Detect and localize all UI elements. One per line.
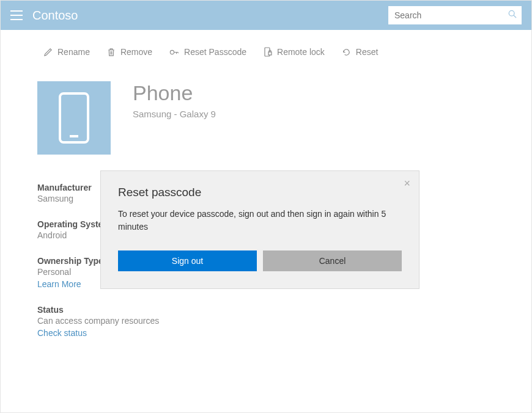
status-label: Status [37, 305, 495, 315]
device-title: Phone [133, 81, 216, 105]
device-subtitle: Samsung - Galaxy 9 [133, 109, 216, 119]
device-tile [37, 81, 111, 155]
action-toolbar: Rename Remove Reset Passcode Remote lock… [1, 30, 531, 63]
remove-button[interactable]: Remove [107, 47, 152, 57]
reset-passcode-button[interactable]: Reset Passcode [169, 47, 246, 57]
trash-icon [107, 48, 116, 57]
brand-name: Contoso [32, 9, 78, 23]
dialog-title: Reset passcode [118, 186, 402, 199]
main-content: Phone Samsung - Galaxy 9 Manufacturer Sa… [1, 63, 531, 338]
phone-icon [59, 92, 89, 144]
dialog-buttons: Sign out Cancel [118, 250, 402, 271]
reset-button[interactable]: Reset [342, 47, 379, 57]
learn-more-link[interactable]: Learn More [37, 279, 81, 289]
search-input[interactable] [388, 6, 522, 24]
svg-line-1 [514, 15, 516, 18]
device-header: Phone Samsung - Galaxy 9 [37, 81, 495, 155]
cancel-button[interactable]: Cancel [263, 250, 402, 271]
reset-passcode-dialog: × Reset passcode To reset your device pa… [100, 170, 419, 289]
reset-icon [342, 48, 351, 57]
check-status-link[interactable]: Check status [37, 328, 87, 338]
dialog-body: To reset your device passcode, sign out … [118, 208, 402, 233]
remove-label: Remove [120, 47, 152, 57]
pencil-icon [43, 48, 53, 57]
remote-lock-button[interactable]: Remote lock [264, 47, 325, 57]
app-header: Contoso [1, 1, 531, 30]
svg-point-0 [509, 10, 514, 16]
svg-rect-4 [268, 52, 272, 55]
detail-status: Status Can access company resources Chec… [37, 305, 495, 338]
lock-device-icon [264, 47, 272, 57]
device-info: Phone Samsung - Galaxy 9 [133, 81, 216, 119]
menu-icon[interactable] [10, 10, 23, 20]
reset-passcode-label: Reset Passcode [184, 47, 246, 57]
search-icon[interactable] [508, 10, 517, 21]
key-icon [169, 48, 179, 57]
reset-label: Reset [356, 47, 379, 57]
rename-label: Rename [57, 47, 90, 57]
remote-lock-label: Remote lock [277, 47, 325, 57]
search-wrap [388, 6, 522, 24]
close-icon[interactable]: × [404, 177, 410, 190]
status-value: Can access company resources [37, 316, 495, 326]
svg-point-2 [170, 50, 174, 54]
signout-button[interactable]: Sign out [118, 250, 257, 271]
rename-button[interactable]: Rename [43, 47, 90, 57]
